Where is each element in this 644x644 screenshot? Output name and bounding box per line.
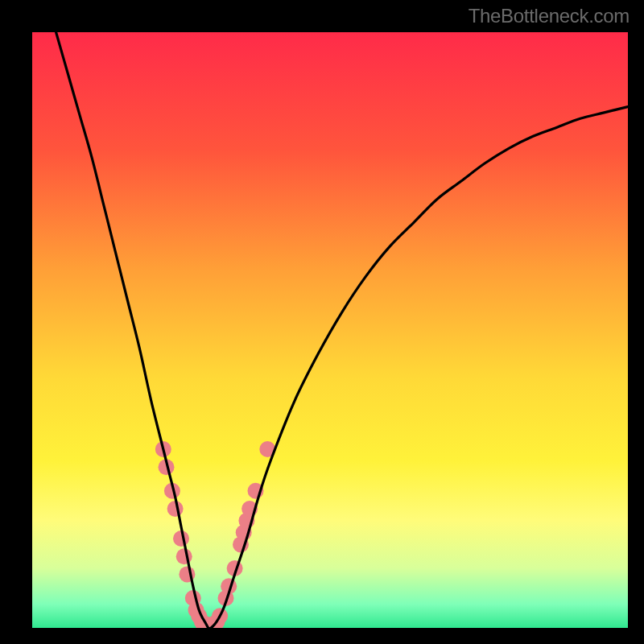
curve-layer — [32, 32, 628, 628]
scatter-point — [176, 548, 192, 564]
watermark-text: TheBottleneck.com — [469, 5, 630, 27]
chart-frame: TheBottleneck.com — [0, 0, 644, 644]
plot-area — [32, 32, 628, 628]
bottleneck-curve — [56, 32, 628, 628]
scatter-group — [155, 441, 275, 628]
scatter-point — [167, 501, 184, 517]
